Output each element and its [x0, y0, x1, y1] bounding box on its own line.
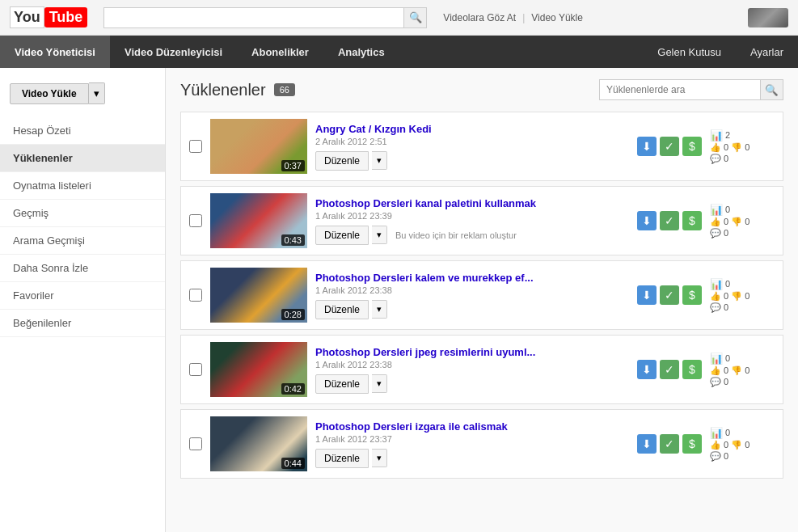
comments-stat: 💬 0 — [710, 228, 728, 239]
edit-button[interactable]: Düzenle — [315, 374, 369, 394]
comments-stat: 💬 0 — [710, 377, 728, 387]
download-icon-button[interactable]: ⬇ — [637, 137, 657, 156]
sidebar-item-history[interactable]: Geçmiş — [0, 200, 165, 227]
check-icon-button[interactable]: ✓ — [660, 285, 679, 305]
view-count: 0 — [725, 353, 730, 363]
nav-item-video-editor[interactable]: Video Düzenleyicisi — [110, 36, 237, 68]
video-thumbnail: 0:44 — [210, 416, 307, 471]
sidebar-item-favorites[interactable]: Favoriler — [0, 282, 165, 310]
sidebar-item-playlists[interactable]: Oynatma listeleri — [0, 172, 165, 200]
nav-right: Gelen Kutusu Ayarlar — [643, 36, 798, 68]
bar-chart-icon: 📊 — [710, 427, 723, 439]
download-icon-button[interactable]: ⬇ — [637, 360, 657, 379]
dislike-count: 0 — [745, 365, 749, 375]
sidebar-item-uploads[interactable]: Yüklenenler — [0, 145, 165, 172]
comments-stat: 💬 0 — [710, 154, 728, 164]
video-duration: 0:37 — [281, 160, 305, 171]
nav-item-subscriptions[interactable]: Abonelikler — [237, 36, 323, 68]
check-icon-button[interactable]: ✓ — [660, 434, 679, 454]
download-icon-button[interactable]: ⬇ — [637, 211, 657, 230]
view-count: 2 — [725, 130, 730, 140]
dislike-icon: 👎 — [731, 291, 742, 302]
upload-video-link[interactable]: Video Yükle — [531, 12, 583, 23]
edit-dropdown-button[interactable]: ▾ — [372, 449, 387, 467]
comment-icon: 💬 — [710, 451, 721, 462]
check-icon-button[interactable]: ✓ — [660, 137, 679, 156]
table-row: 0:42 Photoshop Dersleri jpeg resimlerini… — [180, 335, 783, 404]
nav-item-video-manager[interactable]: Video Yöneticisi — [0, 36, 110, 68]
dollar-icon-button[interactable]: $ — [682, 137, 702, 156]
video-checkbox[interactable] — [189, 363, 202, 376]
dislike-count: 0 — [745, 291, 749, 301]
comment-icon: 💬 — [710, 302, 721, 313]
video-title[interactable]: Photoshop Dersleri izgara ile calismak — [315, 420, 629, 433]
check-icon-button[interactable]: ✓ — [660, 211, 679, 230]
video-title[interactable]: Photoshop Dersleri kalem ve murekkep ef.… — [315, 272, 629, 284]
view-count: 0 — [725, 279, 730, 289]
likes-stat: 👍 0 👎 0 — [710, 217, 749, 227]
video-info: Angry Cat / Kızgın Kedi 2 Aralık 2012 2:… — [315, 123, 629, 171]
likes-stat: 👍 0 👎 0 — [710, 291, 749, 302]
video-title[interactable]: Photoshop Dersleri kanal paletini kullan… — [315, 197, 629, 209]
content-search-input[interactable] — [599, 79, 761, 100]
nav-item-settings[interactable]: Ayarlar — [736, 36, 798, 68]
video-title[interactable]: Angry Cat / Kızgın Kedi — [315, 123, 629, 135]
video-date: 1 Aralık 2012 23:39 — [315, 211, 629, 221]
dislike-count: 0 — [745, 440, 749, 450]
like-icon: 👍 — [710, 217, 721, 227]
video-checkbox[interactable] — [189, 289, 202, 302]
sidebar-item-search-history[interactable]: Arama Geçmişi — [0, 227, 165, 255]
video-checkbox[interactable] — [189, 214, 202, 227]
nav-bar: Video Yöneticisi Video Düzenleyicisi Abo… — [0, 36, 798, 68]
video-title[interactable]: Photoshop Dersleri jpeg resimlerini uyum… — [315, 346, 629, 358]
video-duration: 0:43 — [281, 234, 305, 246]
video-stats: 📊 0 👍 0 👎 0 💬 0 — [710, 353, 775, 387]
browse-videos-link[interactable]: Videolara Göz At — [443, 12, 516, 23]
video-stats: 📊 0 👍 0 👎 0 💬 0 — [710, 278, 775, 313]
dollar-icon-button[interactable]: $ — [682, 360, 702, 379]
comment-icon: 💬 — [710, 377, 721, 387]
edit-button[interactable]: Düzenle — [315, 226, 369, 245]
dollar-icon-button[interactable]: $ — [682, 434, 702, 454]
avatar[interactable] — [748, 8, 788, 27]
dislike-icon: 👎 — [731, 217, 742, 227]
edit-dropdown-button[interactable]: ▾ — [372, 226, 387, 244]
video-checkbox[interactable] — [189, 437, 202, 450]
edit-dropdown-button[interactable]: ▾ — [372, 151, 387, 170]
edit-button[interactable]: Düzenle — [315, 300, 369, 319]
views-stat: 📊 0 — [710, 204, 730, 216]
search-button[interactable]: 🔍 — [404, 7, 427, 28]
dollar-icon-button[interactable]: $ — [682, 285, 702, 305]
content-search: 🔍 — [599, 79, 783, 100]
sidebar-item-account-summary[interactable]: Hesap Özeti — [0, 117, 165, 145]
table-row: 0:28 Photoshop Dersleri kalem ve murekke… — [180, 260, 783, 330]
edit-dropdown-button[interactable]: ▾ — [372, 300, 387, 319]
video-thumbnail: 0:28 — [210, 268, 307, 323]
bar-chart-icon: 📊 — [710, 278, 723, 290]
download-icon-button[interactable]: ⬇ — [637, 285, 657, 305]
nav-item-inbox[interactable]: Gelen Kutusu — [643, 36, 736, 68]
content-search-button[interactable]: 🔍 — [761, 79, 783, 100]
edit-button[interactable]: Düzenle — [315, 151, 369, 171]
video-actions: Düzenle ▾ — [315, 449, 629, 468]
dislike-count: 0 — [745, 217, 749, 226]
video-actions: Düzenle ▾ — [315, 374, 629, 394]
download-icon-button[interactable]: ⬇ — [637, 434, 657, 454]
likes-stat: 👍 0 👎 0 — [710, 365, 749, 376]
dollar-icon-button[interactable]: $ — [682, 211, 702, 230]
upload-dropdown-button[interactable]: ▾ — [89, 82, 105, 104]
search-input[interactable] — [103, 7, 404, 28]
ad-link[interactable]: Bu video için bir reklam oluştur — [395, 230, 517, 240]
upload-button[interactable]: Video Yükle — [10, 83, 89, 104]
edit-button[interactable]: Düzenle — [315, 449, 369, 468]
sidebar-item-watch-later[interactable]: Daha Sonra İzle — [0, 255, 165, 282]
logo-you: You — [10, 6, 44, 28]
nav-item-analytics[interactable]: Analytics — [323, 36, 399, 68]
like-icon: 👍 — [710, 365, 721, 376]
video-icon-buttons: ⬇ ✓ $ — [637, 434, 702, 454]
video-checkbox[interactable] — [189, 140, 202, 153]
video-icon-buttons: ⬇ ✓ $ — [637, 137, 702, 156]
check-icon-button[interactable]: ✓ — [660, 360, 679, 379]
edit-dropdown-button[interactable]: ▾ — [372, 374, 387, 393]
sidebar-item-liked[interactable]: Beğenilenler — [0, 310, 165, 337]
